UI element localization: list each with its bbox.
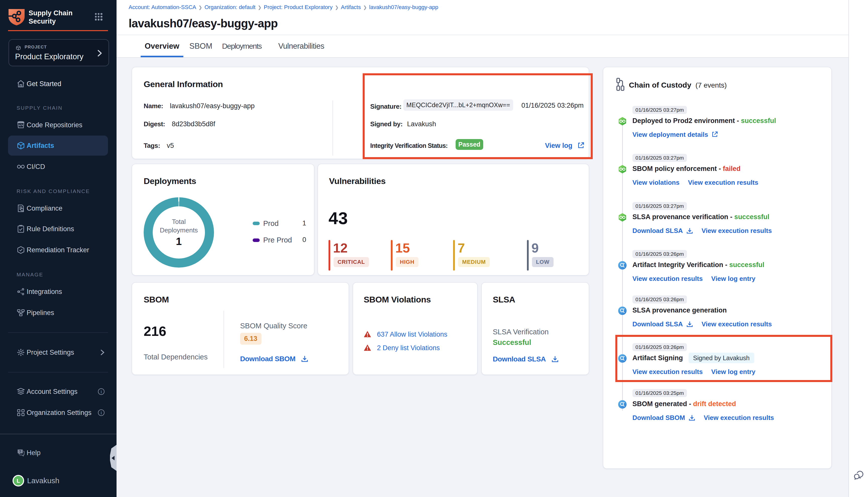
svg-text:?: ? <box>19 450 22 454</box>
